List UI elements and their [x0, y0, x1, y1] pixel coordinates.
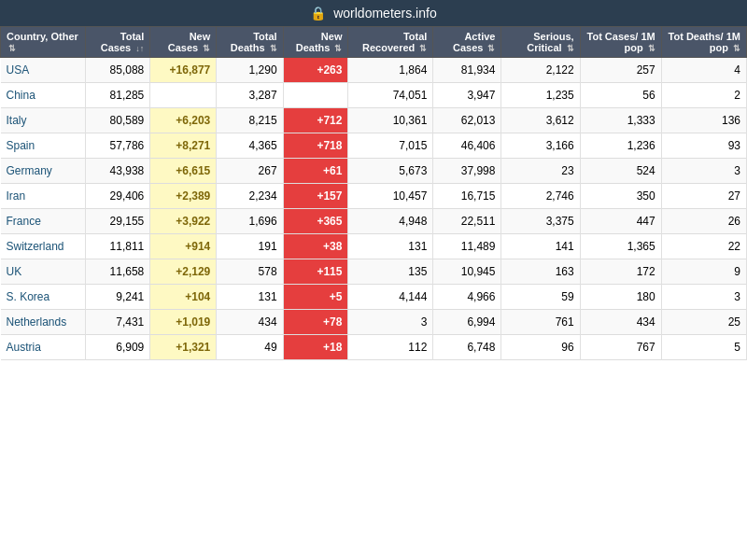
table-row: Austria6,909+1,32149+181126,748967675 [1, 335, 747, 360]
col-tot-cases-pop[interactable]: Tot Cases/ 1M pop ⇅ [580, 27, 661, 58]
cell-new-cases: +6,203 [150, 108, 217, 133]
cell-country[interactable]: Switzerland [1, 234, 86, 259]
table-row: China81,2853,28774,0513,9471,235562 [1, 83, 747, 108]
cell-active-cases: 4,966 [433, 285, 501, 310]
cell-tot-cases-pop: 447 [580, 209, 661, 234]
cell-tot-cases-pop: 172 [580, 259, 661, 285]
cell-total-recovered: 10,361 [348, 108, 433, 133]
site-title: worldometers.info [333, 6, 437, 21]
country-link[interactable]: Germany [7, 164, 52, 177]
table-row: Spain57,786+8,2714,365+7187,01546,4063,1… [1, 133, 747, 159]
cell-country[interactable]: Austria [1, 335, 86, 360]
country-link[interactable]: Spain [7, 139, 35, 152]
cell-total-recovered: 3 [348, 310, 433, 335]
country-link[interactable]: China [7, 89, 35, 102]
cell-total-deaths: 1,290 [217, 58, 283, 83]
col-total-recovered[interactable]: Total Recovered ⇅ [348, 27, 433, 58]
country-link[interactable]: Iran [7, 189, 26, 203]
cell-country[interactable]: Iran [1, 184, 86, 209]
cell-total-recovered: 10,457 [348, 184, 433, 209]
cell-country[interactable]: Spain [1, 133, 86, 159]
cell-active-cases: 6,994 [433, 310, 501, 335]
cell-country[interactable]: Netherlands [1, 310, 86, 335]
country-link[interactable]: France [7, 215, 41, 228]
cell-new-deaths: +18 [283, 335, 348, 360]
cell-total-cases: 7,431 [85, 310, 150, 335]
cell-active-cases: 16,715 [433, 184, 501, 209]
cell-active-cases: 46,406 [433, 133, 501, 159]
cell-new-deaths: +115 [283, 259, 348, 285]
cell-active-cases: 37,998 [433, 159, 501, 184]
col-active-cases[interactable]: Active Cases ⇅ [433, 27, 501, 58]
country-link[interactable]: Italy [7, 114, 27, 127]
cell-tot-deaths-pop: 4 [661, 58, 746, 83]
cell-new-cases: +2,129 [150, 259, 217, 285]
col-new-cases[interactable]: New Cases ⇅ [150, 27, 217, 58]
table-header: Country, Other ⇅ Total Cases ↓↑ New Case… [1, 27, 747, 58]
col-tot-deaths-pop[interactable]: Tot Deaths/ 1M pop ⇅ [661, 27, 746, 58]
country-link[interactable]: Austria [7, 341, 41, 354]
table-row: S. Korea9,241+104131+54,1444,966591803 [1, 285, 747, 310]
table-row: Netherlands7,431+1,019434+7836,994761434… [1, 310, 747, 335]
cell-country[interactable]: Germany [1, 159, 86, 184]
cell-country[interactable]: China [1, 83, 86, 108]
cell-new-deaths: +718 [283, 133, 348, 159]
cell-serious: 761 [501, 310, 580, 335]
col-serious[interactable]: Serious, Critical ⇅ [501, 27, 580, 58]
country-link[interactable]: USA [7, 63, 30, 77]
cell-total-recovered: 135 [348, 259, 433, 285]
table-row: Iran29,406+2,3892,234+15710,45716,7152,7… [1, 184, 747, 209]
cell-total-cases: 85,088 [85, 58, 150, 83]
table-row: Switzerland11,811+914191+3813111,4891411… [1, 234, 747, 259]
cell-country[interactable]: USA [1, 58, 86, 83]
cell-active-cases: 62,013 [433, 108, 501, 133]
cell-tot-cases-pop: 434 [580, 310, 661, 335]
cell-tot-cases-pop: 1,236 [580, 133, 661, 159]
cell-tot-cases-pop: 1,333 [580, 108, 661, 133]
cell-total-cases: 81,285 [85, 83, 150, 108]
col-total-deaths[interactable]: Total Deaths ⇅ [217, 27, 283, 58]
cell-tot-deaths-pop: 25 [661, 310, 746, 335]
cell-serious: 141 [501, 234, 580, 259]
cell-tot-deaths-pop: 3 [661, 285, 746, 310]
table-row: UK11,658+2,129578+11513510,9451631729 [1, 259, 747, 285]
cell-serious: 163 [501, 259, 580, 285]
cell-total-deaths: 131 [217, 285, 283, 310]
cell-country[interactable]: S. Korea [1, 285, 86, 310]
cell-tot-cases-pop: 350 [580, 184, 661, 209]
cell-tot-deaths-pop: 136 [661, 108, 746, 133]
cell-country[interactable]: Italy [1, 108, 86, 133]
cell-tot-deaths-pop: 22 [661, 234, 746, 259]
cell-total-recovered: 4,144 [348, 285, 433, 310]
country-link[interactable]: Switzerland [7, 240, 64, 253]
cell-tot-cases-pop: 180 [580, 285, 661, 310]
country-link[interactable]: UK [7, 265, 22, 278]
cell-serious: 59 [501, 285, 580, 310]
cell-total-cases: 11,811 [85, 234, 150, 259]
table-row: USA85,088+16,8771,290+2631,86481,9342,12… [1, 58, 747, 83]
cell-total-cases: 29,155 [85, 209, 150, 234]
table-row: Germany43,938+6,615267+615,67337,9982352… [1, 159, 747, 184]
country-link[interactable]: Netherlands [7, 315, 67, 329]
col-country[interactable]: Country, Other ⇅ [1, 27, 86, 58]
cell-total-cases: 6,909 [85, 335, 150, 360]
cell-total-recovered: 4,948 [348, 209, 433, 234]
cell-tot-cases-pop: 56 [580, 83, 661, 108]
cell-country[interactable]: UK [1, 259, 86, 285]
cell-tot-deaths-pop: 3 [661, 159, 746, 184]
country-link[interactable]: S. Korea [7, 290, 50, 303]
cell-active-cases: 3,947 [433, 83, 501, 108]
col-total-cases[interactable]: Total Cases ↓↑ [85, 27, 150, 58]
cell-country[interactable]: France [1, 209, 86, 234]
cell-new-cases: +2,389 [150, 184, 217, 209]
cell-total-cases: 80,589 [85, 108, 150, 133]
cell-total-recovered: 131 [348, 234, 433, 259]
col-new-deaths[interactable]: New Deaths ⇅ [283, 27, 348, 58]
table-row: Italy80,589+6,2038,215+71210,36162,0133,… [1, 108, 747, 133]
cell-total-deaths: 191 [217, 234, 283, 259]
cell-tot-deaths-pop: 5 [661, 335, 746, 360]
cell-active-cases: 10,945 [433, 259, 501, 285]
cell-total-recovered: 1,864 [348, 58, 433, 83]
cell-tot-cases-pop: 767 [580, 335, 661, 360]
cell-total-deaths: 267 [217, 159, 283, 184]
